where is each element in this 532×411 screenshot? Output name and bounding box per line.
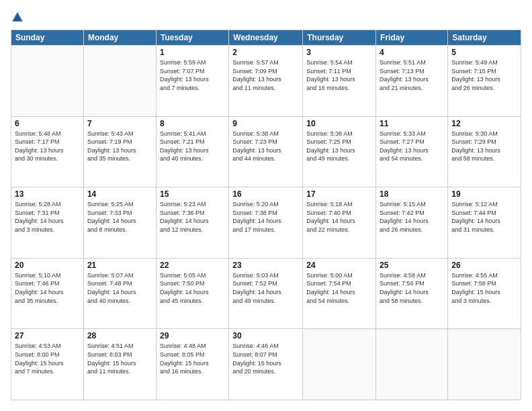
logo-icon xyxy=(11,11,24,24)
day-number: 8 xyxy=(160,119,225,128)
calendar-cell: 19Sunrise: 5:12 AM Sunset: 7:44 PM Dayli… xyxy=(448,187,521,259)
day-info: Sunrise: 5:30 AM Sunset: 7:29 PM Dayligh… xyxy=(451,130,517,163)
calendar-cell: 11Sunrise: 5:33 AM Sunset: 7:27 PM Dayli… xyxy=(376,116,448,187)
calendar-cell: 15Sunrise: 5:23 AM Sunset: 7:36 PM Dayli… xyxy=(156,187,228,259)
calendar-cell: 14Sunrise: 5:25 AM Sunset: 7:33 PM Dayli… xyxy=(83,187,156,259)
week-row-1: 6Sunrise: 5:46 AM Sunset: 7:17 PM Daylig… xyxy=(11,116,521,187)
header xyxy=(11,11,521,24)
day-info: Sunrise: 5:03 AM Sunset: 7:52 PM Dayligh… xyxy=(232,271,299,305)
calendar-cell: 25Sunrise: 4:58 AM Sunset: 7:56 PM Dayli… xyxy=(376,258,448,329)
calendar-cell xyxy=(448,329,521,400)
day-number: 30 xyxy=(232,331,299,340)
day-number: 10 xyxy=(306,119,372,128)
day-info: Sunrise: 5:43 AM Sunset: 7:19 PM Dayligh… xyxy=(87,130,152,163)
calendar-cell: 20Sunrise: 5:10 AM Sunset: 7:46 PM Dayli… xyxy=(11,258,84,329)
day-info: Sunrise: 4:58 AM Sunset: 7:56 PM Dayligh… xyxy=(380,271,444,305)
calendar-cell: 7Sunrise: 5:43 AM Sunset: 7:19 PM Daylig… xyxy=(83,116,156,187)
calendar-cell: 9Sunrise: 5:38 AM Sunset: 7:23 PM Daylig… xyxy=(229,116,303,187)
day-number: 27 xyxy=(15,331,80,340)
calendar-cell: 30Sunrise: 4:46 AM Sunset: 8:07 PM Dayli… xyxy=(229,329,303,400)
day-info: Sunrise: 5:05 AM Sunset: 7:50 PM Dayligh… xyxy=(160,271,225,305)
day-header-sunday: Sunday xyxy=(11,30,84,46)
day-number: 18 xyxy=(380,189,444,199)
header-row: SundayMondayTuesdayWednesdayThursdayFrid… xyxy=(11,30,521,46)
calendar-cell xyxy=(376,329,448,400)
day-header-thursday: Thursday xyxy=(303,30,376,46)
day-info: Sunrise: 5:07 AM Sunset: 7:48 PM Dayligh… xyxy=(87,271,152,305)
week-row-0: 1Sunrise: 5:59 AM Sunset: 7:07 PM Daylig… xyxy=(11,46,521,117)
day-info: Sunrise: 5:20 AM Sunset: 7:38 PM Dayligh… xyxy=(232,200,299,234)
page: SundayMondayTuesdayWednesdayThursdayFrid… xyxy=(0,0,532,411)
day-number: 7 xyxy=(87,119,152,128)
day-info: Sunrise: 5:15 AM Sunset: 7:42 PM Dayligh… xyxy=(380,200,444,234)
day-header-friday: Friday xyxy=(376,30,448,46)
day-info: Sunrise: 5:51 AM Sunset: 7:13 PM Dayligh… xyxy=(380,58,444,92)
calendar-cell xyxy=(11,46,84,117)
calendar-cell: 21Sunrise: 5:07 AM Sunset: 7:48 PM Dayli… xyxy=(83,258,156,329)
calendar-cell: 5Sunrise: 5:49 AM Sunset: 7:15 PM Daylig… xyxy=(448,46,521,117)
calendar-cell: 2Sunrise: 5:57 AM Sunset: 7:09 PM Daylig… xyxy=(229,46,303,117)
calendar-cell: 29Sunrise: 4:48 AM Sunset: 8:05 PM Dayli… xyxy=(156,329,228,400)
day-info: Sunrise: 5:33 AM Sunset: 7:27 PM Dayligh… xyxy=(380,130,444,163)
calendar-cell: 12Sunrise: 5:30 AM Sunset: 7:29 PM Dayli… xyxy=(448,116,521,187)
calendar-cell: 1Sunrise: 5:59 AM Sunset: 7:07 PM Daylig… xyxy=(156,46,228,117)
calendar-cell: 27Sunrise: 4:53 AM Sunset: 8:00 PM Dayli… xyxy=(11,329,84,400)
day-number: 22 xyxy=(160,261,225,270)
day-info: Sunrise: 4:53 AM Sunset: 8:00 PM Dayligh… xyxy=(15,342,80,375)
day-info: Sunrise: 5:38 AM Sunset: 7:23 PM Dayligh… xyxy=(232,130,299,163)
day-info: Sunrise: 4:48 AM Sunset: 8:05 PM Dayligh… xyxy=(160,342,225,375)
day-info: Sunrise: 5:23 AM Sunset: 7:36 PM Dayligh… xyxy=(160,200,225,234)
calendar-cell: 13Sunrise: 5:28 AM Sunset: 7:31 PM Dayli… xyxy=(11,187,84,259)
day-number: 5 xyxy=(451,48,517,57)
day-number: 6 xyxy=(15,119,80,128)
day-number: 12 xyxy=(451,119,517,128)
day-info: Sunrise: 5:28 AM Sunset: 7:31 PM Dayligh… xyxy=(15,200,80,234)
day-info: Sunrise: 4:55 AM Sunset: 7:58 PM Dayligh… xyxy=(451,271,517,305)
day-info: Sunrise: 5:54 AM Sunset: 7:11 PM Dayligh… xyxy=(306,58,372,92)
day-number: 17 xyxy=(306,189,372,199)
calendar-cell: 18Sunrise: 5:15 AM Sunset: 7:42 PM Dayli… xyxy=(376,187,448,259)
day-number: 23 xyxy=(232,261,299,270)
week-row-2: 13Sunrise: 5:28 AM Sunset: 7:31 PM Dayli… xyxy=(11,187,521,259)
day-number: 24 xyxy=(306,261,372,270)
day-info: Sunrise: 5:46 AM Sunset: 7:17 PM Dayligh… xyxy=(15,130,80,163)
day-info: Sunrise: 5:57 AM Sunset: 7:09 PM Dayligh… xyxy=(232,58,299,92)
day-number: 2 xyxy=(232,48,299,57)
calendar-cell: 6Sunrise: 5:46 AM Sunset: 7:17 PM Daylig… xyxy=(11,116,84,187)
calendar-cell: 17Sunrise: 5:18 AM Sunset: 7:40 PM Dayli… xyxy=(303,187,376,259)
day-info: Sunrise: 5:10 AM Sunset: 7:46 PM Dayligh… xyxy=(15,271,80,305)
day-number: 9 xyxy=(232,119,299,128)
day-info: Sunrise: 5:41 AM Sunset: 7:21 PM Dayligh… xyxy=(160,130,225,163)
day-header-wednesday: Wednesday xyxy=(229,30,303,46)
calendar-cell: 10Sunrise: 5:36 AM Sunset: 7:25 PM Dayli… xyxy=(303,116,376,187)
day-info: Sunrise: 5:36 AM Sunset: 7:25 PM Dayligh… xyxy=(306,130,372,163)
day-number: 15 xyxy=(160,189,225,199)
calendar-cell xyxy=(83,46,156,117)
day-info: Sunrise: 5:00 AM Sunset: 7:54 PM Dayligh… xyxy=(306,271,372,305)
day-number: 25 xyxy=(380,261,444,270)
day-number: 20 xyxy=(15,261,80,270)
day-info: Sunrise: 5:25 AM Sunset: 7:33 PM Dayligh… xyxy=(87,200,152,234)
day-number: 1 xyxy=(160,48,225,57)
day-number: 26 xyxy=(451,261,517,270)
calendar-cell: 28Sunrise: 4:51 AM Sunset: 8:03 PM Dayli… xyxy=(83,329,156,400)
calendar-cell xyxy=(303,329,376,400)
day-number: 19 xyxy=(451,189,517,199)
day-info: Sunrise: 4:46 AM Sunset: 8:07 PM Dayligh… xyxy=(232,342,299,375)
week-row-3: 20Sunrise: 5:10 AM Sunset: 7:46 PM Dayli… xyxy=(11,258,521,329)
calendar-cell: 3Sunrise: 5:54 AM Sunset: 7:11 PM Daylig… xyxy=(303,46,376,117)
calendar-cell: 22Sunrise: 5:05 AM Sunset: 7:50 PM Dayli… xyxy=(156,258,228,329)
day-info: Sunrise: 5:49 AM Sunset: 7:15 PM Dayligh… xyxy=(451,58,517,92)
day-number: 16 xyxy=(232,189,299,199)
day-info: Sunrise: 5:12 AM Sunset: 7:44 PM Dayligh… xyxy=(451,200,517,234)
calendar-cell: 24Sunrise: 5:00 AM Sunset: 7:54 PM Dayli… xyxy=(303,258,376,329)
calendar-cell: 26Sunrise: 4:55 AM Sunset: 7:58 PM Dayli… xyxy=(448,258,521,329)
day-number: 4 xyxy=(380,48,444,57)
calendar-cell: 4Sunrise: 5:51 AM Sunset: 7:13 PM Daylig… xyxy=(376,46,448,117)
day-number: 14 xyxy=(87,189,152,199)
day-info: Sunrise: 5:59 AM Sunset: 7:07 PM Dayligh… xyxy=(160,58,225,92)
day-number: 3 xyxy=(306,48,372,57)
week-row-4: 27Sunrise: 4:53 AM Sunset: 8:00 PM Dayli… xyxy=(11,329,521,400)
day-header-saturday: Saturday xyxy=(448,30,521,46)
day-number: 21 xyxy=(87,261,152,270)
